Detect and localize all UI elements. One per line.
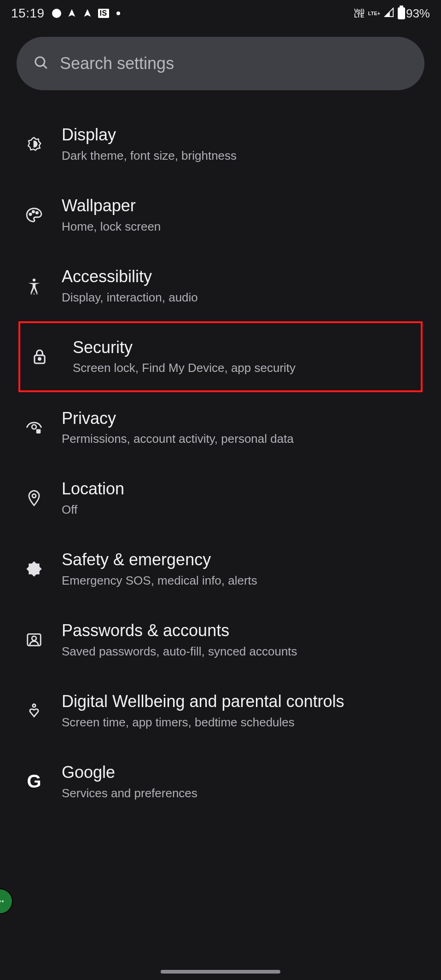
svg-point-16: [33, 704, 35, 707]
item-title: Wallpaper: [62, 195, 423, 217]
status-clock: 15:19: [11, 6, 45, 21]
svg-point-4: [36, 212, 38, 214]
settings-list: Display Dark theme, font size, brightnes…: [0, 95, 441, 872]
volte-bottom: LTE: [354, 13, 364, 18]
item-subtitle: Dark theme, font size, brightness: [62, 148, 423, 164]
account-box-icon: [25, 631, 43, 649]
item-title: Safety & emergency: [62, 549, 423, 571]
settings-item-display[interactable]: Display Dark theme, font size, brightnes…: [0, 109, 441, 180]
item-title: Digital Wellbeing and parental controls: [62, 691, 423, 713]
settings-item-security[interactable]: Security Screen lock, Find My Device, ap…: [18, 321, 423, 392]
accessibility-icon: [25, 277, 43, 295]
svg-point-11: [32, 424, 36, 429]
search-icon: [33, 55, 49, 72]
privacy-eye-icon: [25, 419, 43, 436]
svg-rect-12: [36, 429, 41, 434]
item-subtitle: Display, interaction, audio: [62, 290, 423, 306]
is-badge: IS: [98, 9, 109, 18]
item-title: Location: [62, 478, 423, 500]
status-more-dot: [116, 12, 120, 15]
svg-point-8: [36, 293, 38, 295]
brightness-icon: [25, 135, 43, 153]
battery-icon: [398, 7, 405, 19]
wellbeing-icon: [25, 702, 43, 719]
item-subtitle: Off: [62, 502, 423, 518]
item-title: Accessibility: [62, 266, 423, 288]
item-subtitle: Home, lock screen: [62, 219, 423, 235]
item-title: Passwords & accounts: [62, 620, 423, 642]
settings-item-location[interactable]: Location Off: [0, 463, 441, 533]
svg-point-13: [32, 494, 36, 498]
item-subtitle: Services and preferences: [62, 785, 423, 801]
send-icon: [67, 8, 77, 18]
item-subtitle: Permissions, account activity, personal …: [62, 431, 423, 447]
location-pin-icon: [25, 489, 43, 507]
svg-line-1: [43, 65, 47, 69]
item-title: Privacy: [62, 408, 423, 429]
settings-item-google[interactable]: G Google Services and preferences: [0, 746, 441, 817]
signal-icon: [384, 6, 394, 21]
status-notification-dot: [52, 9, 61, 18]
item-title: Security: [73, 337, 421, 359]
battery-percent: 93%: [406, 6, 430, 21]
item-subtitle: Saved passwords, auto-fill, synced accou…: [62, 644, 423, 660]
status-left: 15:19 IS: [11, 6, 120, 21]
svg-point-15: [32, 636, 36, 641]
status-right: Vo)) LTE LTE+ 93%: [354, 6, 430, 21]
settings-item-passwords[interactable]: Passwords & accounts Saved passwords, au…: [0, 604, 441, 675]
svg-point-5: [33, 278, 35, 281]
svg-point-19: [2, 900, 4, 902]
settings-item-wellbeing[interactable]: Digital Wellbeing and parental controls …: [0, 675, 441, 746]
send-icon: [82, 8, 93, 18]
lte-plus-label: LTE+: [368, 11, 380, 16]
lte-plus-indicator: LTE+: [368, 11, 380, 16]
svg-point-6: [30, 293, 32, 295]
google-g-icon: G: [25, 771, 43, 792]
volte-indicator: Vo)) LTE: [354, 9, 364, 18]
settings-item-accessibility[interactable]: Accessibility Display, interaction, audi…: [0, 250, 441, 321]
item-title: Display: [62, 124, 423, 146]
floating-chat-bubble[interactable]: [0, 888, 13, 914]
settings-item-safety[interactable]: Safety & emergency Emergency SOS, medica…: [0, 533, 441, 604]
svg-point-10: [39, 358, 41, 360]
battery-indicator: 93%: [398, 6, 430, 21]
settings-item-wallpaper[interactable]: Wallpaper Home, lock screen: [0, 180, 441, 250]
item-subtitle: Screen lock, Find My Device, app securit…: [73, 360, 421, 376]
medical-icon: [25, 559, 43, 579]
svg-point-3: [32, 211, 34, 213]
gesture-nav-pill[interactable]: [161, 970, 280, 974]
lock-icon: [25, 348, 54, 365]
status-bar: 15:19 IS Vo)) LTE LTE+ 93%: [0, 0, 441, 26]
svg-point-2: [29, 213, 31, 215]
search-placeholder: Search settings: [60, 54, 174, 73]
svg-point-7: [34, 293, 35, 295]
search-settings[interactable]: Search settings: [17, 37, 424, 90]
item-subtitle: Emergency SOS, medical info, alerts: [62, 573, 423, 589]
svg-point-0: [35, 57, 45, 66]
item-title: Google: [62, 762, 423, 783]
palette-icon: [25, 206, 43, 224]
settings-item-privacy[interactable]: Privacy Permissions, account activity, p…: [0, 392, 441, 463]
item-subtitle: Screen time, app timers, bedtime schedul…: [62, 714, 423, 731]
svg-point-18: [0, 900, 1, 902]
